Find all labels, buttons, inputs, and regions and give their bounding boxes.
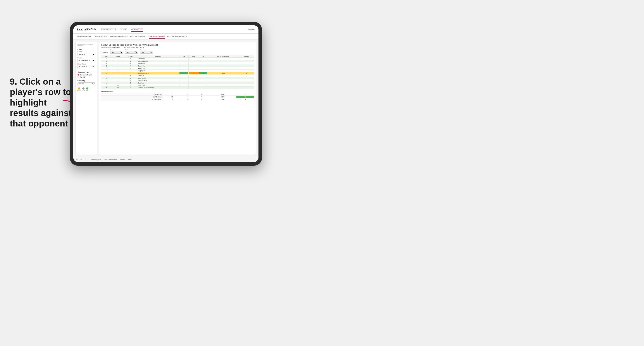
cell-win <box>180 67 188 70</box>
cell-conf <box>124 72 137 75</box>
view-original-button[interactable]: View: Original <box>90 159 101 161</box>
radio-group: Opponents Played Top 100 <box>78 74 96 78</box>
cell-reg: 1 <box>112 72 124 75</box>
dot-up <box>86 87 88 90</box>
opponent-label: Opponent <box>140 49 153 51</box>
table-row[interactable]: 20 11 7 Federica Domecq Lacroze <box>101 87 254 89</box>
annotation-text: 9. Click on a player's row to highlight … <box>10 76 75 129</box>
save-custom-view-button[interactable]: Save Custom View <box>103 159 117 161</box>
cell-reg: 6 <box>112 67 124 70</box>
cell-opponent: Sydney Kuo <box>137 62 180 65</box>
region-select[interactable]: (All) <box>110 51 123 54</box>
tablet-screen: SCOREBOARD Powered by clippi TOURNAMENTS… <box>73 25 258 162</box>
table-row[interactable]: 13 1 Haeji Hyun <box>101 70 254 72</box>
table-row[interactable]: 19 10 6 Emily Chang <box>101 84 254 87</box>
conference-select[interactable]: (All) <box>125 51 138 54</box>
table-header-row: # Div # Reg # Conf Opponent Win Loss Tie… <box>101 55 254 58</box>
colour-by-select[interactable]: Win/loss <box>78 82 96 85</box>
opponent-select[interactable]: (All) <box>140 51 153 54</box>
table-row[interactable]: 9 1 4 Sharon Mun <box>101 65 254 67</box>
cell-conf: 7 <box>124 87 137 89</box>
sub-nav-team-summary[interactable]: TEAM SUMMARY <box>77 35 91 38</box>
cell-loss <box>188 82 199 84</box>
nav-tournaments[interactable]: TOURNAMENTS <box>101 27 116 32</box>
sign-out-button[interactable]: Sign out <box>248 28 255 30</box>
dot-level <box>82 87 84 90</box>
player-section-title: Player <box>78 48 96 50</box>
cell-reg: 7 <box>112 75 124 77</box>
th-win: Win <box>180 55 188 58</box>
table-row[interactable]: 15 8 5 Stella Cheng <box>101 77 254 79</box>
table-row[interactable]: 10 6 3 Andrea York <box>101 67 254 70</box>
cell-tie: 0 <box>199 72 207 75</box>
colour-dot-down: Down <box>78 87 80 91</box>
cell-win <box>180 70 188 72</box>
table-row[interactable]: 3 1 Esther Lee <box>101 58 254 60</box>
table-row[interactable]: 6 1 3 Sydney Kuo <box>101 62 254 65</box>
nav-teams[interactable]: TEAMS <box>120 27 127 32</box>
cell-win <box>180 60 188 62</box>
cell-conf: 1 <box>124 79 137 82</box>
cell-win <box>180 79 188 82</box>
undo-button[interactable]: ↩ <box>76 159 78 161</box>
out-cell: 0 <box>181 93 195 96</box>
watch-button[interactable]: Watch ▾ <box>119 159 126 161</box>
sub-nav-player-h2h-grid[interactable]: PLAYER H2H GRID <box>149 34 164 39</box>
conference-filter: Conference (All) <box>125 49 138 54</box>
highlighted-table-row[interactable]: 13 1 ▶ Jessica Huang 0 1 0 -3.00 2 <box>101 72 254 75</box>
out-label-foreign: Foreign Team <box>101 93 163 96</box>
cell-tie <box>199 67 207 70</box>
grid-records: Overall Record: 353 - 34 - 6 Division Re… <box>101 46 254 48</box>
cell-rounds <box>239 82 254 84</box>
table-row[interactable]: 18 2 2 Euna Lee <box>101 82 254 84</box>
colour-dot-level: Level <box>82 87 85 91</box>
out-cell: 2 <box>236 93 254 96</box>
cell-diff <box>207 67 239 70</box>
radio-top100[interactable]: Top 100 <box>78 76 96 78</box>
table-row[interactable]: 5 2 2 Alexis Sudjianto <box>101 60 254 62</box>
sub-nav-player-summary[interactable]: PLAYER SUMMARY <box>130 35 146 38</box>
cell-opponent: Emily Chang <box>137 84 180 87</box>
player-rank-select[interactable]: 8. Katelyn Vo <box>78 65 96 68</box>
nav-committee[interactable]: COMMITTEE <box>132 27 143 32</box>
out-row-ncaa2: NCAA Division 2 5 0 0 7.400 10 <box>101 98 254 101</box>
redo-button[interactable]: ↪ <box>80 159 82 161</box>
division-select[interactable]: NCAA Division III <box>78 59 96 62</box>
cell-rounds <box>239 77 254 79</box>
overall-record-label: Overall Record: 353 - 34 - 6 <box>101 46 120 48</box>
cell-conf: 5 <box>124 77 137 79</box>
cell-tie <box>199 62 207 65</box>
cell-diff <box>207 77 239 79</box>
share-button[interactable]: Share <box>128 159 133 161</box>
th-rounds: Rounds <box>239 55 254 58</box>
radio-opponents-played[interactable]: Opponents Played <box>78 74 96 76</box>
annotation-body: Click on a player's row to highlight res… <box>10 77 72 128</box>
cell-conf <box>124 70 137 72</box>
cell-div: 15 <box>101 77 112 79</box>
cell-win <box>180 84 188 87</box>
sub-nav-player-h2h-heatmap[interactable]: PLAYER H2H HEATMAP <box>167 35 187 38</box>
dot-down <box>78 87 80 90</box>
out-cell: 15 <box>163 96 181 98</box>
cell-reg: 2 <box>112 60 124 62</box>
refresh-button[interactable]: ↺ <box>84 159 87 161</box>
cell-rounds <box>239 84 254 87</box>
cell-conf: 3 <box>124 67 137 70</box>
cell-win <box>180 77 188 79</box>
sub-nav-team-h2h-grid[interactable]: TEAM H2H GRID <box>94 35 108 38</box>
annotation-text-block: 9. Click on a player's row to highlight … <box>10 76 75 133</box>
cell-diff <box>207 58 239 60</box>
cell-conf: 1 <box>124 58 137 60</box>
gender-label: Gender <box>78 51 96 52</box>
th-reg: # Reg <box>112 55 124 58</box>
cell-div: 3 <box>101 58 112 60</box>
table-row[interactable]: 14 7 4 Eunice Yi <box>101 75 254 77</box>
out-cell: 9.267 <box>209 96 236 98</box>
sub-nav-team-h2h-heatmap[interactable]: TEAM H2H HEATMAP <box>110 35 128 38</box>
cell-div: 16 <box>101 79 112 82</box>
th-loss: Loss <box>188 55 199 58</box>
table-row[interactable]: 16 9 1 Jessica Mason <box>101 79 254 82</box>
cell-tie <box>199 87 207 89</box>
gender-select[interactable]: Women's <box>78 53 96 56</box>
cell-win <box>180 75 188 77</box>
